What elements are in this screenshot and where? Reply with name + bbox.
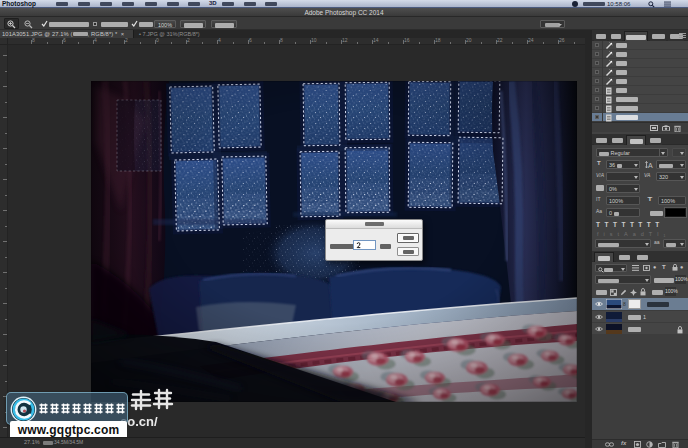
svg-text:A: A — [648, 162, 653, 169]
